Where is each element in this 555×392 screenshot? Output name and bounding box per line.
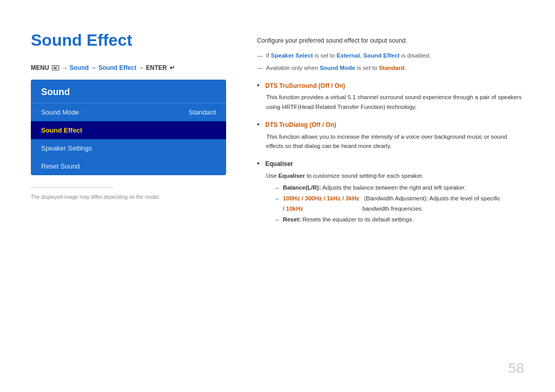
menu-icon [52,65,59,70]
equaliser-bandwidth: 100Hz / 300Hz / 1kHz / 3kHz / 10kHz (Ban… [275,193,524,214]
dts-trusurround-body: This function provides a virtual 5.1 cha… [266,92,524,111]
menu-path: MENU → Sound → Sound Effect → ENTER ↵ [31,64,226,71]
equaliser-bold: Equaliser [279,173,305,179]
speaker-select-label: Speaker Select [271,52,313,59]
reset-label: Reset: [283,214,301,225]
equaliser-body: Use Equaliser to customize sound setting… [266,171,524,225]
dts-trudialog-title: DTS TruDialog (Off / On) [265,121,336,128]
arrow-3: → [138,64,146,71]
page-number: 58 [508,360,524,377]
menu-path-sound: Sound [69,64,88,71]
enter-label: ENTER [146,64,169,71]
equaliser-reset: Reset: Resets the equalizer to its defau… [275,214,524,225]
note-speaker-select: If Speaker Select is set to External, So… [257,51,524,60]
sections-list: DTS TruSurround (Off / On) This function… [257,80,524,225]
sound-mode-value: Standard [189,108,216,116]
page-title: Sound Effect [31,31,226,50]
sound-mode-label: Sound Mode [41,108,79,116]
dts-trudialog-body: This function allows you to increase the… [266,132,524,151]
equaliser-balance: Balance(L/R): Adjusts the balance betwee… [275,182,524,193]
section-equaliser: Equaliser Use Equaliser to customize sou… [257,158,524,225]
right-column: Configure your preferred sound effect fo… [257,31,524,371]
sound-effect-label: Sound Effect [41,126,82,134]
enter-icon: ↵ [170,64,175,71]
sound-effect-note-label: Sound Effect [363,52,400,59]
note-sound-mode-text: Available only when Sound Mode is set to… [266,63,406,72]
external-label: External [337,52,360,59]
menu-item-speaker-settings[interactable]: Speaker Settings [31,139,226,157]
menu-item-sound-mode[interactable]: Sound Mode Standard [31,103,226,121]
sound-menu-title: Sound [31,80,226,103]
footnote: The displayed image may differ depending… [31,193,226,201]
menu-label: MENU [31,64,51,71]
arrow-1: → [62,64,69,71]
note-sound-mode: Available only when Sound Mode is set to… [257,63,524,72]
section-dts-trusurround: DTS TruSurround (Off / On) This function… [257,80,524,111]
intro-text: Configure your preferred sound effect fo… [257,36,524,46]
arrow-2: → [90,64,98,71]
reset-sound-label: Reset Sound [41,162,80,170]
balance-label: Balance(L/R): [283,182,321,193]
bandwidth-label: 100Hz / 300Hz / 1kHz / 3kHz / 10kHz [283,193,362,214]
menu-item-sound-effect[interactable]: Sound Effect [31,121,226,139]
footnote-divider [31,188,113,188]
note-speaker-select-text: If Speaker Select is set to External, So… [266,51,431,60]
left-column: Sound Effect MENU → Sound → Sound Effect… [31,31,226,371]
equaliser-title: Equaliser [265,160,293,167]
sound-menu-box: Sound Sound Mode Standard Sound Effect S… [31,80,226,175]
dts-trusurround-title: DTS TruSurround (Off / On) [265,82,345,89]
menu-item-reset-sound[interactable]: Reset Sound [31,157,226,175]
speaker-settings-label: Speaker Settings [41,144,92,152]
sound-mode-note-label: Sound Mode [320,65,355,71]
equaliser-sub-list: Balance(L/R): Adjusts the balance betwee… [275,182,524,225]
standard-label: Standard [379,65,404,71]
section-dts-trudialog: DTS TruDialog (Off / On) This function a… [257,119,524,151]
menu-path-sound-effect: Sound Effect [98,64,136,71]
